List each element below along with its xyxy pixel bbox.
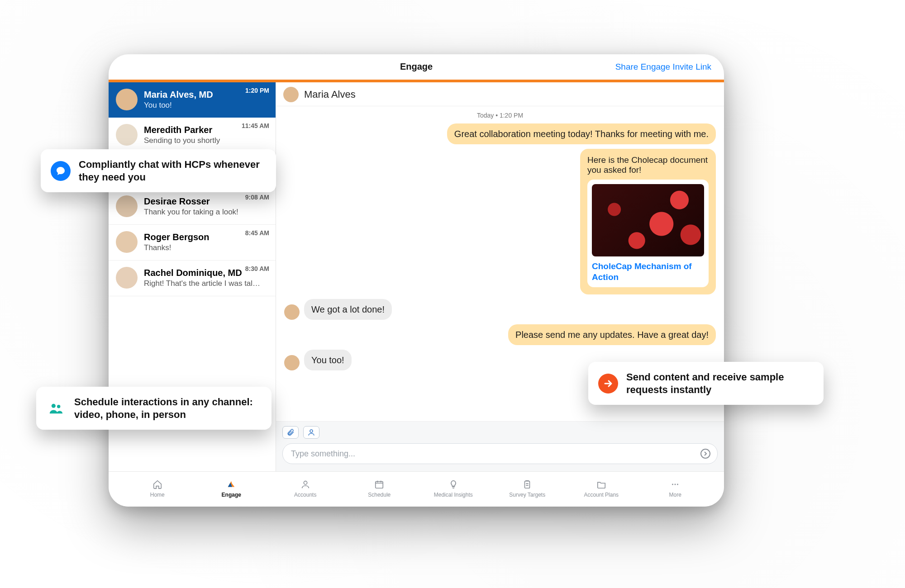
avatar [283, 87, 299, 102]
message-row-sent: Here is the Cholecap document you asked … [284, 149, 716, 294]
app-window: Engage Share Engage Invite Link Maria Al… [109, 54, 724, 507]
tab-label: Survey Targets [509, 492, 545, 498]
conversation-item[interactable]: Maria Alves, MD You too! 1:20 PM [109, 82, 276, 118]
tab-schedule[interactable]: Schedule [359, 479, 400, 498]
send-button[interactable] [699, 447, 712, 460]
svg-point-2 [304, 481, 307, 484]
chat-bubble-icon [51, 161, 71, 181]
svg-point-7 [677, 484, 678, 485]
composer-area [276, 421, 724, 471]
chat-pane: Maria Alves Today • 1:20 PM Great collab… [276, 82, 724, 471]
avatar [116, 267, 138, 289]
avatar [284, 304, 300, 320]
paperclip-icon [286, 428, 295, 436]
conversation-preview: Thank you for taking a look! [144, 208, 268, 217]
people-icon [46, 398, 66, 418]
tab-medical-insights[interactable]: Medical Insights [433, 479, 474, 498]
svg-point-5 [672, 484, 673, 485]
callout-text: Send content and receive sample requests… [626, 371, 812, 396]
avatar [116, 195, 138, 217]
message-bubble: Great collaboration meeting today! Thank… [447, 123, 716, 144]
conversation-time: 1:20 PM [245, 87, 269, 94]
tab-label: Account Plans [584, 492, 619, 498]
attach-button[interactable] [282, 426, 299, 439]
message-bubble: Please send me any updates. Have a great… [508, 324, 716, 345]
document-thumb-wrap: CholeCap Mechanism of Action [587, 180, 709, 287]
tab-label: Medical Insights [434, 492, 473, 498]
tab-survey-targets[interactable]: Survey Targets [507, 479, 548, 498]
titlebar: Engage Share Engage Invite Link [109, 54, 724, 80]
svg-point-8 [52, 403, 56, 408]
person-icon [307, 428, 315, 436]
document-caption: Here is the Cholecap document you asked … [587, 155, 709, 175]
arrow-right-icon [598, 374, 618, 394]
conversation-time: 8:30 AM [245, 265, 269, 272]
lightbulb-icon [448, 479, 459, 490]
page-title: Engage [400, 62, 433, 72]
tab-engage[interactable]: Engage [211, 479, 252, 498]
home-icon [152, 479, 163, 490]
avatar [116, 124, 138, 146]
tab-home[interactable]: Home [137, 479, 178, 498]
message-input[interactable] [291, 449, 699, 459]
tab-label: More [669, 492, 681, 498]
tab-accounts[interactable]: Accounts [285, 479, 326, 498]
arrow-right-circle-icon [700, 448, 711, 459]
engage-icon [225, 479, 237, 490]
more-icon [669, 479, 681, 490]
svg-point-0 [310, 430, 313, 432]
conversation-preview: You too! [144, 101, 268, 110]
conversation-preview: Sending to you shortly [144, 136, 268, 145]
message-row-sent: Great collaboration meeting today! Thank… [284, 123, 716, 144]
svg-point-1 [701, 449, 710, 458]
calendar-icon [373, 479, 385, 490]
tab-label: Home [150, 492, 165, 498]
composer [282, 443, 718, 464]
conversation-time: 8:45 AM [245, 229, 269, 237]
callout-chat: Compliantly chat with HCPs whenever they… [41, 149, 276, 192]
callout-text: Schedule interactions in any channel: vi… [74, 396, 260, 421]
callout-schedule: Schedule interactions in any channel: vi… [36, 387, 272, 430]
conversation-item[interactable]: Roger Bergson Thanks! 8:45 AM [109, 225, 276, 261]
message-row-received: We got a lot done! [284, 299, 716, 320]
conversation-item[interactable]: Desirae Rosser Thank you for taking a lo… [109, 189, 276, 225]
document-title: CholeCap Mechanism of Action [592, 261, 704, 283]
chat-header: Maria Alves [276, 82, 724, 106]
document-thumbnail [592, 184, 704, 256]
conversation-preview: Thanks! [144, 243, 268, 252]
tab-label: Accounts [294, 492, 316, 498]
svg-point-9 [57, 405, 60, 408]
folder-icon [595, 479, 607, 490]
message-bubble: You too! [304, 350, 352, 370]
tab-label: Schedule [368, 492, 391, 498]
conversation-time: 9:08 AM [245, 194, 269, 201]
add-contact-button[interactable] [303, 426, 319, 439]
avatar [116, 231, 138, 253]
callout-text: Compliantly chat with HCPs whenever they… [79, 158, 264, 183]
conversation-time: 11:45 AM [242, 122, 269, 129]
svg-point-6 [675, 484, 676, 485]
composer-tools [282, 426, 718, 439]
tab-bar: Home Engage Accounts Schedule Medical In… [109, 471, 724, 507]
document-card[interactable]: Here is the Cholecap document you asked … [580, 149, 716, 294]
conversation-item[interactable]: Meredith Parker Sending to you shortly 1… [109, 118, 276, 153]
share-invite-link[interactable]: Share Engage Invite Link [615, 62, 711, 72]
message-bubble: We got a lot done! [304, 299, 392, 320]
svg-rect-4 [525, 481, 530, 488]
avatar [284, 355, 300, 370]
message-row-sent: Please send me any updates. Have a great… [284, 324, 716, 345]
accounts-icon [300, 479, 311, 490]
tab-label: Engage [222, 492, 241, 498]
tab-more[interactable]: More [655, 479, 695, 498]
svg-rect-3 [376, 481, 383, 488]
avatar [116, 89, 138, 110]
clipboard-icon [521, 479, 533, 490]
conversation-item[interactable]: Rachel Dominique, MD Right! That's the a… [109, 261, 276, 296]
chat-timeline: Today • 1:20 PM [276, 106, 724, 123]
callout-send-content: Send content and receive sample requests… [588, 362, 824, 405]
tab-account-plans[interactable]: Account Plans [581, 479, 622, 498]
chat-contact-name: Maria Alves [304, 89, 356, 100]
conversation-preview: Right! That's the article I was tal… [144, 279, 268, 288]
